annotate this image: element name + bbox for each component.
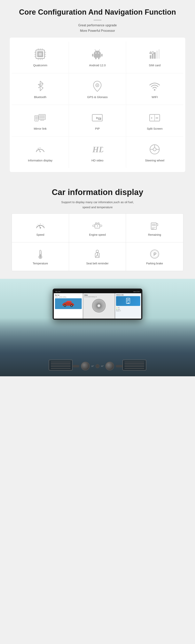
feature-gps: GPS & Glonass — [69, 73, 126, 105]
divider — [94, 20, 102, 20]
svg-point-95 — [71, 305, 72, 306]
feature-splitscreen: Split Screen — [126, 105, 183, 137]
svg-point-33 — [97, 84, 98, 86]
qualcomm-icon — [33, 48, 47, 61]
feature-bluetooth: Bluetooth — [12, 73, 69, 105]
car-info-grid-wrap: Speed — [12, 214, 183, 271]
svg-rect-36 — [35, 116, 38, 120]
car-info-speed: Speed — [12, 214, 69, 242]
features-grid: Qualcomm — [12, 42, 183, 168]
feature-mirrorlink: Mirror link — [12, 105, 69, 137]
core-title: Core Configuration And Navigation Functi… — [4, 8, 191, 17]
car-info-engine: Engine speed — [69, 214, 126, 242]
svg-rect-39 — [40, 115, 45, 119]
car-info-description: Support to display many car infomration,… — [6, 200, 189, 210]
svg-rect-16 — [94, 54, 101, 58]
svg-marker-50 — [157, 117, 158, 119]
steering-label: Steering wheel — [145, 158, 164, 162]
svg-point-81 — [39, 256, 41, 258]
steering-icon — [148, 142, 162, 156]
splitscreen-label: Split Screen — [147, 127, 163, 131]
svg-marker-72 — [97, 224, 98, 228]
gps-label: GPS & Glonass — [87, 95, 108, 99]
svg-rect-29 — [156, 51, 158, 59]
svg-rect-71 — [100, 225, 102, 226]
hdvideo-icon: HD — [90, 142, 104, 156]
infodisplay-icon — [33, 142, 47, 156]
sim-label: SIM card — [149, 63, 160, 67]
svg-text:P: P — [153, 252, 156, 257]
feature-android: Android 12.0 — [69, 42, 126, 73]
seatbelt-label: Seat belt reminder — [86, 262, 108, 265]
svg-rect-97 — [127, 299, 129, 300]
feature-sim: 4G SIM card — [126, 42, 183, 73]
speedometer-icon — [34, 220, 46, 231]
feature-infodisplay: Information display — [12, 137, 69, 168]
remaining-label: Remaining — [148, 233, 161, 236]
car-info-title: Car information display — [6, 188, 189, 197]
svg-point-17 — [96, 53, 96, 54]
car-info-remaining: Remaining — [126, 214, 183, 242]
mirrorlink-label: Mirror link — [34, 127, 46, 131]
svg-rect-30 — [158, 49, 160, 59]
svg-rect-24 — [98, 57, 100, 59]
car-info-parkingbrake: P Parking brake — [126, 242, 183, 271]
svg-point-37 — [36, 120, 37, 121]
svg-rect-21 — [92, 54, 94, 56]
wifi-icon — [148, 79, 162, 93]
feature-pip: PIP — [69, 105, 126, 137]
mirrorlink-icon — [33, 111, 47, 124]
svg-rect-28 — [154, 52, 156, 59]
gps-icon — [90, 79, 104, 93]
wifi-label: WIFI — [152, 95, 158, 99]
svg-rect-70 — [93, 225, 95, 226]
speed-label: Speed — [36, 233, 44, 236]
feature-qualcomm: Qualcomm — [12, 42, 69, 73]
thermometer-icon — [34, 248, 46, 260]
svg-rect-67 — [95, 224, 100, 228]
svg-point-58 — [153, 148, 156, 151]
svg-marker-48 — [151, 117, 153, 119]
pip-label: PIP — [95, 127, 100, 131]
svg-point-18 — [98, 53, 99, 54]
feature-wifi: WIFI — [126, 73, 183, 105]
infodisplay-label: Information display — [28, 158, 52, 162]
parkingbrake-icon: P — [149, 248, 160, 260]
svg-point-34 — [154, 89, 156, 91]
android-icon — [90, 48, 104, 61]
svg-marker-49 — [156, 117, 157, 119]
temperature-label: Temperature — [33, 262, 48, 265]
svg-point-86 — [96, 250, 99, 252]
subtitle: Great performance upgrade More Powerful … — [4, 22, 191, 34]
svg-line-88 — [96, 255, 97, 257]
android-label: Android 12.0 — [89, 63, 106, 67]
feature-hdvideo: HD HD video — [69, 137, 126, 168]
svg-point-100 — [128, 302, 129, 304]
feature-steering: Steering wheel — [126, 137, 183, 168]
section-car-info: Car information display Support to displ… — [0, 180, 195, 279]
svg-rect-22 — [101, 54, 102, 56]
bluetooth-label: Bluetooth — [34, 95, 46, 99]
svg-line-19 — [95, 50, 96, 51]
sim-icon: 4G — [148, 48, 162, 61]
features-card: Qualcomm — [10, 38, 185, 172]
seatbelt-icon — [92, 248, 103, 260]
svg-point-93 — [64, 305, 66, 306]
qualcomm-label: Qualcomm — [33, 63, 48, 67]
engine-label: Engine speed — [89, 233, 106, 236]
svg-rect-26 — [150, 55, 151, 59]
splitscreen-icon — [148, 111, 162, 124]
svg-rect-74 — [152, 224, 156, 226]
svg-rect-2 — [38, 53, 42, 56]
parkingbrake-label: Parking brake — [146, 262, 163, 265]
engine-icon — [92, 220, 103, 231]
pip-icon — [90, 111, 104, 124]
svg-point-63 — [40, 227, 41, 228]
section-core: Core Configuration And Navigation Functi… — [0, 0, 195, 180]
bluetooth-icon — [33, 79, 47, 93]
fuel-icon — [149, 220, 160, 231]
svg-text:4G: 4G — [149, 51, 154, 55]
svg-line-20 — [99, 50, 100, 51]
svg-rect-98 — [127, 300, 129, 300]
svg-text:HD: HD — [92, 145, 103, 154]
